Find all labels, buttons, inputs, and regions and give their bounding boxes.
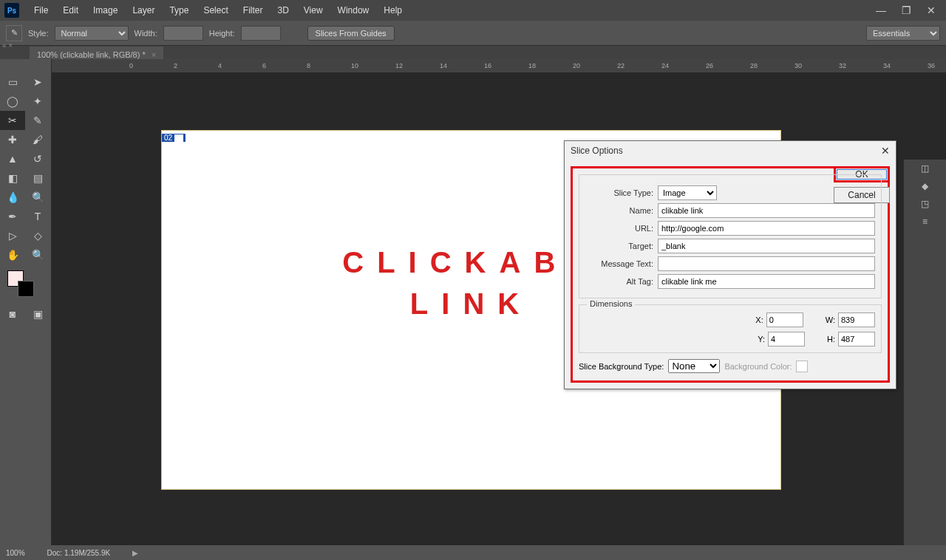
right-panels: ◫ ◆ ◳ ≡ <box>903 160 946 545</box>
panel-icon[interactable]: ◫ <box>904 160 946 177</box>
blur-tool-icon[interactable]: 💧 <box>0 188 25 207</box>
slice-type-select[interactable]: Image <box>658 185 717 200</box>
arrow-tool-icon[interactable]: ➤ <box>25 72 50 92</box>
alt-input[interactable] <box>658 274 875 289</box>
menu-bar: Ps File Edit Image Layer Type Select Fil… <box>0 0 946 21</box>
menu-filter[interactable]: Filter <box>236 2 270 18</box>
name-input[interactable] <box>658 203 875 218</box>
crop-tool-icon[interactable]: ✂ <box>0 111 25 130</box>
panel-icon[interactable]: ◆ <box>904 177 946 195</box>
healing-tool-icon[interactable]: ✚ <box>0 130 25 149</box>
options-bar: ✎ Style: Normal Width: Height: Slices Fr… <box>0 21 946 46</box>
type-tool-icon[interactable]: T <box>25 207 50 226</box>
status-menu-icon[interactable]: ▶ <box>132 549 138 557</box>
x-input[interactable] <box>766 313 803 327</box>
menu-file[interactable]: File <box>27 2 55 18</box>
message-label: Message Text: <box>585 259 653 268</box>
window-restore-icon[interactable]: ❐ <box>896 4 916 16</box>
eraser-tool-icon[interactable]: ◧ <box>0 168 25 188</box>
screenmode-icon[interactable]: ▣ <box>25 304 50 324</box>
dimensions-legend: Dimensions <box>587 299 635 308</box>
workspace-select[interactable]: Essentials <box>866 26 940 41</box>
pen-tool-icon[interactable]: ✒ <box>0 207 25 226</box>
window-close-icon[interactable]: ✕ <box>921 4 942 16</box>
menu-view[interactable]: View <box>296 2 330 18</box>
dialog-titlebar[interactable]: Slice Options ✕ <box>565 141 896 160</box>
dialog-title: Slice Options <box>571 146 623 156</box>
highlight-box: Slice Type: Image Name: URL: Target: Mes… <box>571 166 890 383</box>
move-tool-icon[interactable]: ▭ <box>0 72 25 92</box>
style-label: Style: <box>28 29 49 38</box>
shape-tool-icon[interactable]: ◇ <box>25 226 50 245</box>
h-input[interactable] <box>838 332 875 346</box>
slice-badge[interactable]: 02 <box>162 134 186 142</box>
dialog-close-icon[interactable]: ✕ <box>881 145 890 157</box>
gradient-tool-icon[interactable]: ▤ <box>25 168 50 188</box>
menu-select[interactable]: Select <box>196 2 235 18</box>
slice-options-dialog: Slice Options ✕ OK Cancel Slice Type: Im… <box>564 140 896 389</box>
height-label: Height: <box>209 29 235 38</box>
bgcolor-label: Background Color: <box>724 362 792 371</box>
tabbar-handle-icon[interactable]: « × <box>2 41 13 49</box>
style-select[interactable]: Normal <box>55 26 129 41</box>
message-input[interactable] <box>658 256 875 271</box>
tools-panel: ▭➤ ◯✦ ✂✎ ✚🖌 ▲↺ ◧▤ 💧🔍 ✒T ▷◇ ✋🔍 ◙▣ <box>0 59 52 545</box>
color-swatches[interactable] <box>0 270 51 300</box>
menu-image[interactable]: Image <box>86 2 125 18</box>
url-input[interactable] <box>658 221 875 236</box>
y-input[interactable] <box>768 332 805 346</box>
bgcolor-swatch <box>796 361 808 372</box>
height-input[interactable] <box>241 26 281 41</box>
window-minimize-icon[interactable]: — <box>871 4 891 16</box>
zoom-level[interactable]: 100% <box>6 549 25 557</box>
menu-help[interactable]: Help <box>376 2 409 18</box>
bgtype-label: Slice Background Type: <box>579 362 664 371</box>
brush-tool-icon[interactable]: 🖌 <box>25 130 50 149</box>
dodge-tool-icon[interactable]: 🔍 <box>25 188 50 207</box>
y-label: Y: <box>758 335 765 344</box>
tab-title: 100% (clickable link, RGB/8) * <box>37 50 146 59</box>
slices-from-guides-button[interactable]: Slices From Guides <box>307 26 395 41</box>
slice-tool-icon[interactable]: ✎ <box>6 25 22 41</box>
panel-icon[interactable]: ◳ <box>904 195 946 213</box>
ruler-horizontal: 0 2 4 6 8 10 12 14 16 18 20 22 24 26 28 … <box>11 59 946 72</box>
alt-label: Alt Tag: <box>585 277 653 286</box>
quickmask-icon[interactable]: ◙ <box>0 304 25 324</box>
menu-window[interactable]: Window <box>330 2 377 18</box>
w-input[interactable] <box>838 313 875 327</box>
doc-size: Doc: 1.19M/255.9K <box>47 549 111 557</box>
history-brush-icon[interactable]: ↺ <box>25 149 50 168</box>
width-input[interactable] <box>163 26 203 41</box>
name-label: Name: <box>585 206 653 215</box>
wand-tool-icon[interactable]: ✦ <box>25 92 50 111</box>
slice-type-label: Slice Type: <box>585 188 653 197</box>
lasso-tool-icon[interactable]: ◯ <box>0 92 25 111</box>
hand-tool-icon[interactable]: ✋ <box>0 245 25 264</box>
url-label: URL: <box>585 224 653 233</box>
path-select-icon[interactable]: ▷ <box>0 226 25 245</box>
bgtype-select[interactable]: None <box>668 359 720 373</box>
status-bar: 100% Doc: 1.19M/255.9K ▶ <box>0 545 946 560</box>
menu-edit[interactable]: Edit <box>55 2 86 18</box>
w-label: W: <box>826 315 835 324</box>
menu-type[interactable]: Type <box>162 2 196 18</box>
h-label: H: <box>827 335 835 344</box>
close-tab-icon[interactable]: × <box>152 50 156 59</box>
background-color[interactable] <box>18 281 34 297</box>
slice-number: 02 <box>164 134 172 142</box>
slice-link-icon <box>174 134 183 142</box>
menu-3d[interactable]: 3D <box>270 2 296 18</box>
stamp-tool-icon[interactable]: ▲ <box>0 149 25 168</box>
panel-icon[interactable]: ≡ <box>904 213 946 231</box>
menu-layer[interactable]: Layer <box>125 2 162 18</box>
width-label: Width: <box>135 29 157 38</box>
target-label: Target: <box>585 242 653 250</box>
x-label: X: <box>755 315 763 324</box>
zoom-tool-icon[interactable]: 🔍 <box>25 245 50 264</box>
target-input[interactable] <box>658 239 875 253</box>
app-logo: Ps <box>4 3 19 18</box>
eyedropper-tool-icon[interactable]: ✎ <box>25 111 50 130</box>
